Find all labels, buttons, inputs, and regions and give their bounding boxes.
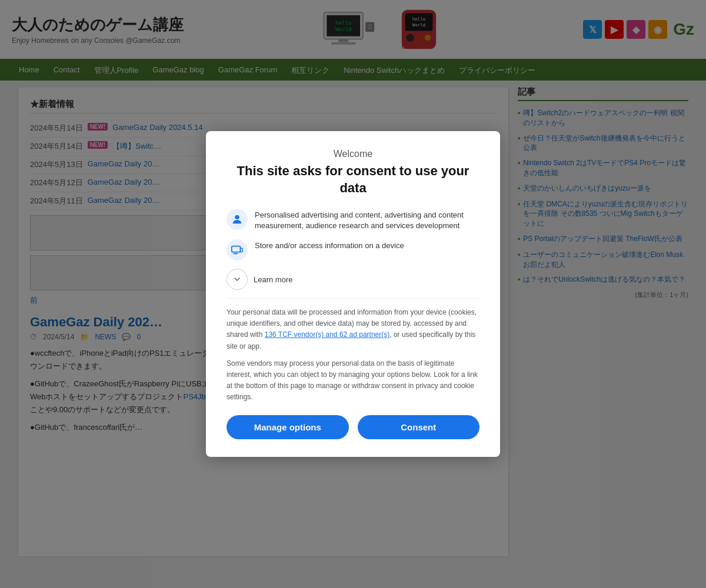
consent-feature-2-text: Store and/or access information on a dev… xyxy=(255,239,404,251)
svg-rect-20 xyxy=(241,248,243,252)
modal-body-text-1: Your personal data will be processed and… xyxy=(227,307,479,352)
modal-actions: Manage options Consent xyxy=(227,415,479,439)
consent-feature-2: Store and/or access information on a dev… xyxy=(227,239,479,260)
modal-title: This site asks for consent to use your d… xyxy=(227,163,479,196)
consent-feature-1: Personalised advertising and content, ad… xyxy=(227,209,479,231)
modal-divider xyxy=(227,298,479,299)
chevron-down-icon xyxy=(227,269,248,290)
learn-more-row[interactable]: Learn more xyxy=(227,269,479,290)
consent-feature-1-text: Personalised advertising and content, ad… xyxy=(255,209,479,231)
modal-welcome: Welcome xyxy=(227,149,479,159)
svg-point-17 xyxy=(235,215,239,219)
device-access-icon xyxy=(227,239,248,260)
consent-button[interactable]: Consent xyxy=(358,415,480,439)
personalized-ads-icon xyxy=(227,209,248,230)
consent-modal: Welcome This site asks for consent to us… xyxy=(206,131,500,456)
modal-body-text-2: Some vendors may process your personal d… xyxy=(227,358,479,403)
consent-overlay: Welcome This site asks for consent to us… xyxy=(0,0,706,563)
vendor-link[interactable]: 136 TCF vendor(s) and 62 ad partner(s) xyxy=(265,330,390,339)
svg-rect-18 xyxy=(232,246,241,252)
manage-options-button[interactable]: Manage options xyxy=(227,415,349,439)
learn-more-text: Learn more xyxy=(254,275,292,284)
